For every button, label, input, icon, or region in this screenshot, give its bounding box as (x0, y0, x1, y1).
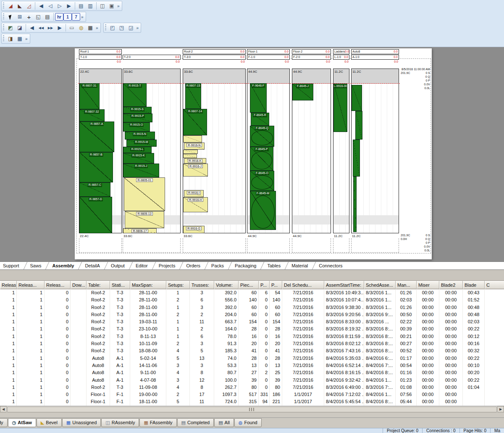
column-header-14[interactable]: Del Schedu... (282, 281, 324, 289)
truss-block[interactable] (183, 150, 198, 154)
scrollbar-thumb[interactable] (7, 407, 497, 412)
tab-editor[interactable]: Editor (129, 262, 152, 269)
copy-schedule-icon[interactable]: ◫ (98, 2, 107, 10)
filter-tab-completed[interactable]: ▤Completed (177, 418, 214, 427)
horizontal-scrollbar[interactable]: ◀ ▶ (0, 406, 504, 412)
project-list-icon[interactable]: ◰ (108, 24, 117, 32)
column-header-17[interactable]: Man... (396, 281, 417, 289)
seven-day-view-button[interactable]: 7 (72, 13, 80, 21)
table-row-10[interactable]: 110Auto8A-15-02-1451374.0280287/21/20168… (0, 355, 504, 362)
truss-block[interactable]: R-9915-S (123, 107, 152, 114)
toolbar-drag-handle[interactable] (3, 35, 4, 42)
truss-block[interactable]: R-9915-N (125, 132, 155, 140)
truss-block[interactable]: L-9916-00 (333, 84, 347, 132)
lane-A-1:0[interactable]: 11.2C (351, 69, 399, 233)
column-header-2[interactable]: Releas... (17, 281, 45, 289)
filter-tab-atsaw[interactable]: ◷AtSaw (8, 418, 36, 427)
column-header-11[interactable]: Piec... (239, 281, 259, 289)
column-header-20[interactable]: Blade (463, 281, 485, 289)
filter-tab-bevel[interactable]: ◣Bevel (37, 418, 62, 427)
tab-tables[interactable]: Tables (261, 262, 285, 269)
toolbar-drag-handle[interactable] (105, 24, 106, 31)
tab-orders[interactable]: Orders (180, 262, 205, 269)
column-header-12[interactable]: P... (259, 281, 270, 289)
truss-block[interactable]: R-9857-B (79, 152, 113, 182)
tab-packaging[interactable]: Packaging (228, 262, 261, 269)
toolbar-overflow-icon[interactable]: » (81, 15, 84, 19)
truss-block[interactable]: R-9915-J (123, 164, 159, 177)
truss-block[interactable]: R-9857-D (79, 197, 112, 233)
window-cascade-icon[interactable]: ◱ (34, 13, 43, 21)
truss-block[interactable]: R-9857-A (79, 121, 114, 152)
one-day-view-button[interactable]: 1 (63, 13, 72, 21)
truss-block[interactable]: R-9916-J (183, 164, 208, 177)
truss-block[interactable]: F-8645-P (250, 147, 273, 171)
table-row-14[interactable]: 110Roof-2T-311-09-0848262.7800807/21/201… (0, 384, 504, 391)
truss-block[interactable]: R-9916-G (183, 226, 205, 233)
print-icon[interactable]: ▤ (43, 13, 52, 21)
column-header-13[interactable]: P... (270, 281, 282, 289)
vcr-rewind-icon[interactable]: ◀◀ (37, 24, 46, 32)
vcr-forward-icon[interactable]: ▶▶ (46, 24, 55, 32)
saw-blade-right-icon[interactable]: ◿ (24, 2, 34, 10)
tab-material[interactable]: Material (285, 262, 312, 269)
truss-block[interactable]: R-9915-K (123, 153, 154, 164)
truss-block[interactable]: R-9807-14 (183, 109, 207, 135)
truss-block[interactable]: R-9807-32 (79, 109, 105, 121)
truss-block[interactable]: R-9915-O (123, 122, 150, 132)
filter-tab-unassigned[interactable]: ▦Unassigned (62, 418, 101, 427)
table-row-15[interactable]: 110Floor-1F-119-00-002171097.35173311861… (0, 391, 504, 398)
column-header-15[interactable]: AssemStartTime: (324, 281, 364, 289)
cut-sheet-icon[interactable]: ◨ (6, 34, 15, 43)
table-row-8[interactable]: 110Roof-2T-310-11-092391.3200207/21/2016… (0, 340, 504, 347)
table-row-1[interactable]: 110Roof-2T-328-11-0013392.0606547/21/201… (0, 289, 504, 296)
tab-packs[interactable]: Packs (205, 262, 228, 269)
filter-tab-dy[interactable]: dy (0, 418, 8, 427)
toolbar-drag-handle[interactable] (3, 24, 4, 31)
column-header-9[interactable]: Trusses: (190, 281, 214, 289)
truss-block[interactable]: R-9916-K (184, 158, 206, 164)
saw-blade-left-icon[interactable]: ◢ (6, 2, 15, 10)
filter-tab-rassembly[interactable]: ◫RAssembly (101, 418, 139, 427)
table-row-11[interactable]: 110Auto8A-114-11-063353.3130137/21/20168… (0, 362, 504, 369)
truss-block[interactable]: R-9916-I (184, 190, 204, 197)
toolbar-overflow-icon[interactable]: » (136, 26, 139, 30)
table-row-2[interactable]: 110Roof-2T-328-11-0026556.014001407/21/2… (0, 296, 504, 304)
shade-tool-icon[interactable]: ◩ (6, 24, 15, 32)
part-map-icon[interactable]: ▦ (15, 34, 24, 43)
column-header-21[interactable]: C (485, 281, 504, 289)
saw-blade-center-icon[interactable]: ◣ (15, 2, 24, 10)
truss-block[interactable]: F-9646-F (250, 83, 267, 113)
table-row-3[interactable]: 110Roof-2T-328-11-0013392.0600607/21/201… (0, 304, 504, 311)
toolbar-drag-handle[interactable] (3, 3, 4, 9)
column-header-3[interactable]: Releas... (45, 281, 71, 289)
column-header-1[interactable]: Releas... (0, 281, 17, 289)
lane-T-1:0[interactable]: 22.4CR-9807-31R-9807-32R-9857-AR-9857-BR… (79, 69, 122, 233)
lane-F-2:0[interactable]: 44.9CF-8645-J (292, 69, 331, 233)
column-header-6[interactable]: Stati... (110, 281, 130, 289)
tab-support[interactable]: Support (0, 262, 24, 269)
stack-view-icon[interactable]: ▥ (86, 2, 95, 10)
filter-tab-all[interactable]: ▤All (214, 418, 234, 427)
table-row-5[interactable]: 110Roof-2T-319-03-11111663.715401547/21/… (0, 318, 504, 325)
truss-block[interactable] (183, 154, 197, 158)
toolbar-drag-handle[interactable] (3, 13, 4, 20)
zoom-region-icon[interactable]: ⊞ (15, 13, 24, 21)
truss-block[interactable] (355, 111, 362, 140)
table-row-4[interactable]: 110Roof-2T-328-11-0022204.0600607/21/201… (0, 311, 504, 318)
truss-block[interactable]: F-8645-Q (250, 126, 274, 147)
column-header-10[interactable]: Volume: (214, 281, 239, 289)
lane-F-1:0[interactable]: 44.9CF-9646-FF-8645-RF-8645-QF-8645-PF-8… (247, 69, 290, 233)
hours-mode-button[interactable]: hr (55, 13, 63, 21)
truss-block[interactable]: R-9807-31 (79, 83, 100, 109)
column-header-19[interactable]: Blade2 (439, 281, 463, 289)
filter-tab-found[interactable]: ◍Found (234, 418, 262, 427)
lane-L-1:0[interactable]: 11.2CL-9916-00 (333, 69, 349, 233)
toolbar-overflow-icon[interactable]: » (25, 37, 28, 41)
truss-block[interactable]: R-9916-H (183, 197, 208, 212)
vcr-first-icon[interactable]: ◀ (27, 24, 37, 32)
column-header-5[interactable]: Table: (87, 281, 110, 289)
data-grid-icon[interactable]: ▦ (86, 24, 95, 32)
column-header-16[interactable]: SchedAsse... (364, 281, 396, 289)
tab-connectors[interactable]: Connectors (312, 262, 347, 269)
